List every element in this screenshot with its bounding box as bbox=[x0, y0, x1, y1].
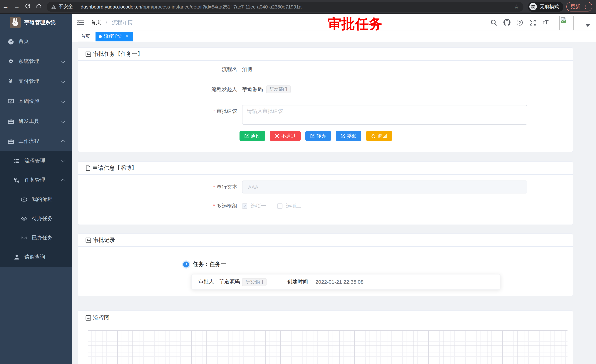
button-label: 不通过 bbox=[281, 133, 296, 139]
undo-icon bbox=[371, 134, 376, 138]
single-line-input[interactable] bbox=[242, 181, 527, 193]
incognito-icon bbox=[529, 3, 537, 10]
gear-icon bbox=[7, 58, 14, 65]
update-button[interactable]: 更新 ⋮ bbox=[566, 2, 592, 11]
search-icon[interactable] bbox=[490, 19, 498, 26]
flow-icon bbox=[13, 177, 20, 183]
avatar-caret-icon[interactable] bbox=[586, 24, 590, 27]
sidebar-item-system[interactable]: 系统管理 bbox=[0, 51, 72, 71]
broken-image-icon bbox=[560, 17, 566, 23]
circle-x-icon bbox=[275, 134, 279, 138]
sidebar-item-label: 基础设施 bbox=[19, 98, 39, 105]
sidebar-item-label: 请假查询 bbox=[24, 254, 45, 260]
checkbox-checked-icon bbox=[242, 204, 247, 209]
tab-label: 首页 bbox=[81, 33, 90, 40]
sidebar-item-home[interactable]: 首页 bbox=[0, 31, 72, 51]
initiator-dept-tag: 研发部门 bbox=[266, 86, 291, 93]
sidebar-item-workflow[interactable]: 工作流程 bbox=[0, 131, 72, 151]
sidebar-item-label: 首页 bbox=[19, 38, 29, 45]
fullscreen-icon[interactable] bbox=[529, 19, 536, 26]
tab-home[interactable]: 首页 bbox=[78, 32, 93, 41]
suggestion-textarea[interactable] bbox=[242, 105, 527, 125]
breadcrumb-home[interactable]: 首页 bbox=[91, 19, 101, 25]
chevron-down-icon bbox=[61, 118, 65, 123]
sidebar-item-label: 待办任务 bbox=[32, 215, 52, 222]
single-line-label: 单行文本 bbox=[216, 184, 237, 190]
monitor-icon bbox=[7, 98, 14, 105]
browser-menu-icon[interactable]: ⋮ bbox=[583, 4, 588, 10]
header-actions: ? TT bbox=[490, 14, 596, 31]
bookmark-star-icon[interactable]: ☆ bbox=[514, 3, 519, 10]
checkbox-option-2[interactable]: 选项二 bbox=[277, 203, 301, 209]
edit-icon bbox=[244, 134, 249, 138]
main-area: 首页 / 流程详情 审批任务 ? TT bbox=[72, 14, 596, 364]
sidebar-item-todo-tasks[interactable]: 待办任务 bbox=[0, 209, 72, 228]
tab-close-icon[interactable]: × bbox=[124, 34, 130, 39]
transfer-button[interactable]: 转办 bbox=[305, 131, 331, 141]
task-title: 任务：任务一 bbox=[193, 261, 226, 268]
initiator-value: 芋道源码 研发部门 bbox=[242, 86, 291, 93]
required-asterisk: * bbox=[213, 203, 215, 209]
eye-closed-icon bbox=[21, 234, 27, 241]
address-bar[interactable]: 不安全 dashboard.yudao.iocoder.cn/bpm/proce… bbox=[47, 2, 523, 12]
card-header: 审批任务【任务一】 bbox=[78, 48, 573, 61]
sidebar-item-leave-query[interactable]: 请假查询 bbox=[0, 248, 72, 267]
not-secure-warning-icon[interactable] bbox=[51, 4, 56, 9]
picture-icon bbox=[86, 315, 91, 320]
assignee-dept-tag: 研发部门 bbox=[242, 278, 267, 286]
url-text[interactable]: dashboard.yudao.iocoder.cn/bpm/process-i… bbox=[81, 4, 513, 9]
help-icon[interactable]: ? bbox=[516, 19, 523, 26]
active-tab-dot bbox=[99, 35, 102, 38]
incognito-badge: 无痕模式 bbox=[528, 2, 563, 12]
sidebar-item-label: 任务管理 bbox=[24, 177, 45, 183]
checkbox-option-1[interactable]: 选项一 bbox=[242, 203, 266, 209]
button-label: 委派 bbox=[347, 133, 357, 139]
app-logo bbox=[10, 17, 21, 28]
required-asterisk: * bbox=[213, 184, 215, 190]
checkbox-group-label-wrap: *多选框组 bbox=[78, 203, 237, 209]
bpmn-canvas[interactable] bbox=[88, 330, 567, 364]
approve-button[interactable]: 通过 bbox=[239, 131, 265, 141]
update-label: 更新 bbox=[570, 3, 580, 10]
forward-icon[interactable]: → bbox=[11, 3, 22, 10]
avatar[interactable] bbox=[559, 16, 574, 30]
sidebar-item-payment[interactable]: ¥ 支付管理 bbox=[0, 71, 72, 91]
yen-icon: ¥ bbox=[7, 78, 14, 85]
edit-icon bbox=[341, 134, 345, 138]
card-title: 审批任务【任务一】 bbox=[93, 51, 143, 58]
sidebar-logo-row[interactable]: 芋道管理系统 bbox=[0, 14, 72, 31]
sidebar-item-infra[interactable]: 基础设施 bbox=[0, 91, 72, 111]
reject-button[interactable]: 不通过 bbox=[270, 131, 301, 141]
breadcrumb-separator: / bbox=[106, 19, 107, 25]
sidebar-item-label: 我的流程 bbox=[32, 196, 52, 203]
suggestion-label-wrap: *审批建议 bbox=[78, 105, 237, 115]
url-domain: dashboard.yudao.iocoder.cn bbox=[81, 4, 141, 9]
sidebar-item-done-tasks[interactable]: 已办任务 bbox=[0, 228, 72, 248]
font-size-icon[interactable]: TT bbox=[542, 19, 549, 26]
edit-icon bbox=[310, 134, 315, 138]
chevron-down-icon bbox=[61, 158, 65, 163]
reload-icon[interactable] bbox=[22, 3, 33, 11]
home-icon[interactable] bbox=[33, 3, 45, 11]
return-button[interactable]: 退回 bbox=[366, 131, 392, 141]
suggestion-label: 审批建议 bbox=[216, 108, 237, 114]
sidebar-item-process-mgmt[interactable]: 流程管理 bbox=[0, 151, 72, 171]
sidebar-item-my-process[interactable]: 我的流程 bbox=[0, 190, 72, 209]
person-icon bbox=[13, 254, 20, 260]
chevron-up-icon bbox=[61, 178, 65, 183]
button-label: 通过 bbox=[251, 133, 260, 139]
github-icon[interactable] bbox=[503, 19, 510, 26]
tab-process-detail[interactable]: 流程详情 × bbox=[96, 32, 133, 41]
browser-toolbar: ← → 不安全 dashboard.yudao.iocoder.cn/bpm/p… bbox=[0, 0, 596, 14]
sidebar: 芋道管理系统 首页 系统管理 ¥ 支付管理 基础设施 bbox=[0, 14, 72, 364]
card-title: 申请信息【滔博】 bbox=[93, 164, 137, 171]
process-name-label: 流程名 bbox=[78, 66, 237, 73]
sidebar-fold-icon[interactable] bbox=[77, 19, 84, 26]
sidebar-item-task-mgmt[interactable]: 任务管理 bbox=[0, 171, 72, 190]
security-label[interactable]: 不安全 bbox=[59, 3, 77, 10]
sidebar-item-devtools[interactable]: 研发工具 bbox=[0, 111, 72, 131]
card-header: 申请信息【滔博】 bbox=[78, 162, 573, 175]
process-diagram-card: 流程图 bbox=[78, 310, 573, 364]
delegate-button[interactable]: 委派 bbox=[336, 131, 361, 141]
back-icon[interactable]: ← bbox=[0, 3, 11, 10]
